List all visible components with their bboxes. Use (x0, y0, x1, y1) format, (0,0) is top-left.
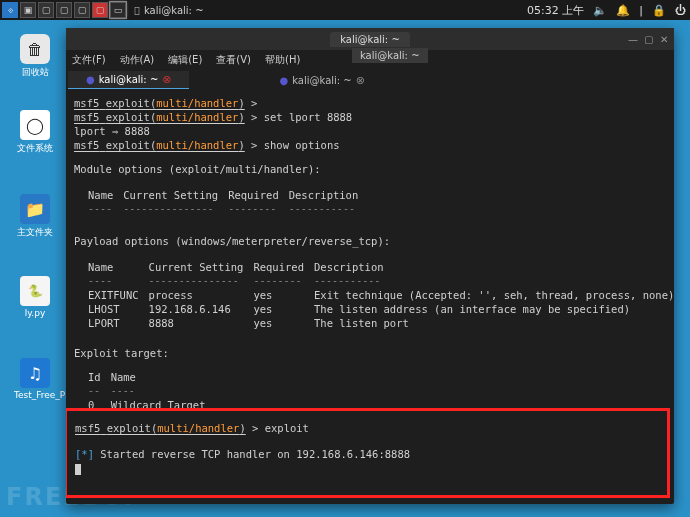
desktop-filesystem[interactable]: ◯文件系统 (14, 110, 56, 155)
terminal-cursor (75, 464, 81, 475)
terminal-task-active[interactable]: ▭ (110, 2, 126, 18)
exploit-target-header: Exploit target: (74, 346, 666, 360)
clock[interactable]: 05:32 上午 (527, 3, 584, 18)
tab-close-icon[interactable]: ⊗ (356, 74, 365, 87)
payload-options-header: Payload options (windows/meterpreter/rev… (74, 234, 666, 248)
desktop-switch-4[interactable]: ▢ (92, 2, 108, 18)
desktop-switch-2[interactable]: ▢ (56, 2, 72, 18)
menu-file[interactable]: 文件(F) (72, 53, 106, 67)
desktop-switch-1[interactable]: ▢ (38, 2, 54, 18)
payload-row: LHOST192.168.6.146yesThe listen address … (88, 302, 674, 316)
minimize-icon[interactable]: — (628, 34, 638, 44)
menu-action[interactable]: 动作(A) (120, 53, 155, 67)
terminal-tabbar: ●kali@kali: ~⊗ ●kali@kali: ~⊗ (66, 70, 674, 90)
window-controls: — ▢ ✕ (628, 34, 670, 44)
separator: | (639, 4, 643, 17)
terminal-window: kali@kali: ~ — ▢ ✕ 文件(F) 动作(A) 编辑(E) 查看(… (66, 28, 674, 504)
menu-view[interactable]: 查看(V) (216, 53, 251, 67)
desktop-home[interactable]: 📁主文件夹 (14, 194, 56, 239)
module-options-header: Module options (exploit/multi/handler): (74, 162, 666, 176)
notification-icon[interactable]: 🔔 (616, 4, 630, 17)
highlight-box: msf5 exploit(multi/handler) > exploit [*… (66, 408, 670, 498)
terminal-tab-2[interactable]: ●kali@kali: ~⊗ (261, 71, 382, 89)
taskbar-app[interactable]: ⌷ kali@kali: ~ (134, 5, 204, 16)
system-topbar: ⟐ ▣ ▢ ▢ ▢ ▢ ▭ ⌷ kali@kali: ~ 05:32 上午 🔈 … (0, 0, 690, 20)
tab-dot-icon: ● (86, 74, 95, 85)
taskbar-app-title: kali@kali: ~ (144, 5, 204, 16)
tab-dot-icon: ● (279, 75, 288, 86)
tab-close-icon[interactable]: ⊗ (162, 73, 171, 86)
system-tray: 05:32 上午 🔈 🔔 | 🔒 ⏻ (527, 0, 686, 20)
payload-row: LPORT8888yesThe listen port (88, 316, 674, 330)
menu-edit[interactable]: 编辑(E) (168, 53, 202, 67)
desktop-switch-3[interactable]: ▢ (74, 2, 90, 18)
payload-row: EXITFUNCprocessyesExit technique (Accept… (88, 288, 674, 302)
terminal-tab-1[interactable]: ●kali@kali: ~⊗ (68, 71, 189, 89)
music-icon: ♫ (20, 358, 50, 388)
desktop-mp3-file[interactable]: ♫Test_Free_P3.mp3 (14, 358, 56, 400)
module-options-table: NameCurrent SettingRequiredDescription -… (88, 188, 368, 216)
folder-icon: 📁 (20, 194, 50, 224)
app-launcher-icon[interactable]: ⟐ (2, 2, 18, 18)
lock-icon[interactable]: 🔒 (652, 4, 666, 17)
maximize-icon[interactable]: ▢ (644, 34, 654, 44)
python-icon: 🐍 (20, 276, 50, 306)
power-icon[interactable]: ⏻ (675, 4, 686, 17)
external-tab-label: kali@kali: ~ (352, 48, 428, 63)
desktop-trash[interactable]: 🗑回收站 (14, 34, 56, 79)
terminal-output[interactable]: msf5 exploit(multi/handler) > msf5 explo… (66, 90, 674, 504)
menu-help[interactable]: 帮助(H) (265, 53, 300, 67)
window-titlebar[interactable]: kali@kali: ~ — ▢ ✕ (66, 28, 674, 50)
trash-icon: 🗑 (20, 34, 50, 64)
drive-icon: ◯ (20, 110, 50, 140)
desktop-python-file[interactable]: 🐍ly.py (14, 276, 56, 318)
files-icon[interactable]: ▣ (20, 2, 36, 18)
window-title: kali@kali: ~ (330, 32, 410, 47)
payload-options-table: NameCurrent SettingRequiredDescription -… (88, 260, 674, 330)
topbar-launchers: ⟐ ▣ ▢ ▢ ▢ ▢ ▭ ⌷ kali@kali: ~ (0, 2, 204, 18)
terminal-icon: ⌷ (134, 5, 140, 16)
exploit-target-table: IdName ------ 0Wildcard Target (88, 370, 215, 412)
volume-icon[interactable]: 🔈 (593, 4, 607, 17)
close-icon[interactable]: ✕ (660, 34, 670, 44)
